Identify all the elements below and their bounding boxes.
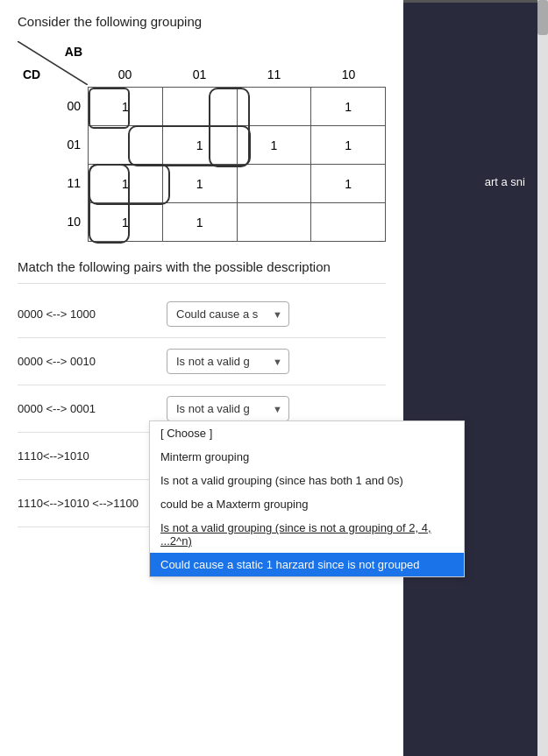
kmap-col-headers: 00 01 11 10 <box>88 67 386 85</box>
kmap-row-0: 1 1 <box>89 88 386 126</box>
kmap-cell-23: 1 <box>311 165 386 203</box>
kmap-row-2: 1 1 1 <box>89 165 386 203</box>
kmap-col-hdr-11: 11 <box>237 67 311 85</box>
kmap-row-headers: 00 01 11 10 <box>18 87 88 242</box>
kmap-ab-label: AB <box>65 45 82 59</box>
match-select-container-3: Is not a valid g ▼ <box>167 396 289 421</box>
kmap-cell-10 <box>89 126 163 165</box>
dropdown-item-choose[interactable]: [ Choose ] <box>150 421 464 445</box>
kmap-row-hdr-10: 10 <box>18 202 88 241</box>
kmap-cell-12: 1 <box>237 126 311 165</box>
kmap-cd-label: CD <box>23 67 40 81</box>
match-row-2: 0000 <--> 0010 Is not a valid g ▼ <box>18 338 386 385</box>
scrollbar-track[interactable] <box>537 0 548 756</box>
kmap-col-hdr-00: 00 <box>88 67 162 85</box>
kmap-row-hdr-11: 11 <box>18 164 88 202</box>
match-label-3: 0000 <--> 0001 <box>18 402 167 415</box>
kmap-cell-30: 1 <box>89 203 163 242</box>
kmap-cell-03: 1 <box>311 88 386 126</box>
kmap-corner: AB CD <box>18 41 88 85</box>
match-select-3[interactable]: Is not a valid g <box>167 396 289 421</box>
main-content: Consider the following grouping AB CD 00… <box>0 0 403 756</box>
dropdown-item-minterm[interactable]: Minterm grouping <box>150 445 464 469</box>
kmap-row-1: 1 1 1 <box>89 126 386 165</box>
divider-top <box>18 283 386 284</box>
kmap-col-hdr-10: 10 <box>311 67 386 85</box>
kmap-cell-00: 1 <box>89 88 163 126</box>
kmap-cell-33 <box>311 203 386 242</box>
kmap-container: AB CD 00 01 11 10 00 01 11 10 <box>18 41 386 242</box>
kmap-cell-22 <box>237 165 311 203</box>
match-select-container-1: Could cause a s ▼ <box>167 301 289 327</box>
scrollbar-thumb[interactable] <box>537 0 548 35</box>
dropdown-overlay: [ Choose ] Minterm grouping Is not a val… <box>149 420 465 577</box>
match-label-4: 1110<-->1010 <box>18 449 167 463</box>
kmap-col-hdr-01: 01 <box>162 67 237 85</box>
right-panel: art a sni <box>403 0 537 756</box>
kmap-cell-13: 1 <box>311 126 386 165</box>
kmap-row-3: 1 1 <box>89 203 386 242</box>
kmap-body: 00 01 11 10 <box>18 87 386 242</box>
dropdown-item-maxterm[interactable]: could be a Maxterm grouping <box>150 492 464 516</box>
match-select-2[interactable]: Is not a valid g <box>167 349 289 374</box>
match-select-container-2: Is not a valid g ▼ <box>167 349 289 374</box>
match-label-1: 0000 <--> 1000 <box>18 307 167 321</box>
kmap-cell-31: 1 <box>162 203 237 242</box>
kmap-cell-21: 1 <box>162 165 237 203</box>
top-bar-line <box>403 0 537 3</box>
kmap-row-hdr-00: 00 <box>18 87 88 125</box>
kmap-cell-20: 1 <box>89 165 163 203</box>
kmap-cell-32 <box>237 203 311 242</box>
kmap-table: 1 1 1 1 1 1 1 <box>88 87 386 242</box>
kmap-row-hdr-01: 01 <box>18 125 88 164</box>
kmap-grid: 1 1 1 1 1 1 1 <box>88 87 386 242</box>
kmap-cell-02 <box>237 88 311 126</box>
right-panel-text: art a sni <box>485 175 525 188</box>
section2-title: Match the following pairs with the possi… <box>18 259 386 274</box>
kmap-top-row: AB CD 00 01 11 10 <box>18 41 386 85</box>
match-label-2: 0000 <--> 0010 <box>18 355 167 368</box>
dropdown-item-invalid-pow2[interactable]: Is not a valid grouping (since is not a … <box>150 516 464 553</box>
page-title: Consider the following grouping <box>18 14 386 29</box>
kmap-cell-01 <box>162 88 237 126</box>
dropdown-item-invalid-10[interactable]: Is not a valid grouping (since has both … <box>150 469 464 492</box>
match-row-1: 0000 <--> 1000 Could cause a s ▼ <box>18 291 386 338</box>
dropdown-item-static1[interactable]: Could cause a static 1 harzard since is … <box>150 553 464 576</box>
match-label-5: 1110<-->1010 <-->1100 <box>18 497 167 510</box>
match-select-1[interactable]: Could cause a s <box>167 301 289 327</box>
kmap-cell-11: 1 <box>162 126 237 165</box>
